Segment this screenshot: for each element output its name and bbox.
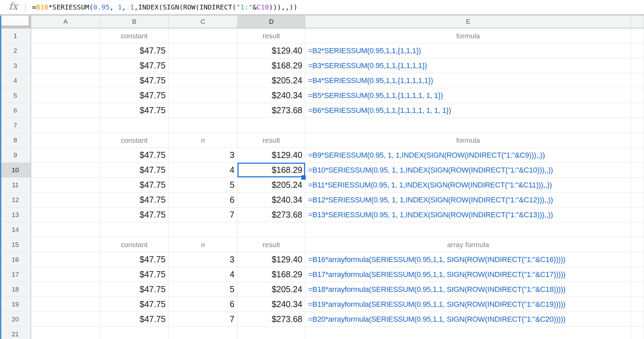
cell-E15[interactable]: array formula bbox=[305, 237, 631, 252]
cell-D10[interactable]: $168.29 bbox=[238, 163, 305, 177]
cell-A19[interactable] bbox=[31, 297, 100, 312]
cell-B21[interactable] bbox=[100, 327, 169, 339]
cell-F16[interactable] bbox=[631, 252, 644, 267]
cell-B18[interactable]: $47.75 bbox=[100, 282, 169, 297]
cell-A8[interactable] bbox=[31, 133, 100, 147]
cell-D8[interactable]: result bbox=[238, 133, 305, 147]
cell-D2[interactable]: $129.40 bbox=[238, 43, 305, 58]
cell-C6[interactable] bbox=[169, 103, 238, 118]
cell-B13[interactable]: $47.75 bbox=[100, 207, 169, 222]
row-header-9[interactable]: 9 bbox=[0, 148, 31, 162]
cell-D18[interactable]: $205.24 bbox=[238, 282, 305, 297]
row-header-10[interactable]: 10 bbox=[0, 163, 31, 177]
cell-E18[interactable]: =B18*arrayformula(SERIESSUM(0.95,1,1, SI… bbox=[305, 282, 631, 297]
column-header-A[interactable]: A bbox=[31, 16, 100, 28]
cell-B19[interactable]: $47.75 bbox=[100, 297, 169, 312]
cell-B4[interactable]: $47.75 bbox=[100, 73, 169, 88]
row-header-15[interactable]: 15 bbox=[0, 237, 31, 252]
formula-input[interactable]: =B10*SERIESSUM(0.95, 1, 1,INDEX(SIGN(ROW… bbox=[26, 3, 298, 11]
cell-E21[interactable] bbox=[305, 327, 631, 339]
cell-F10[interactable] bbox=[631, 163, 644, 177]
column-header-partial[interactable] bbox=[631, 16, 644, 28]
cell-B15[interactable]: constant bbox=[100, 237, 169, 252]
column-header-B[interactable]: B bbox=[100, 16, 169, 28]
cell-E20[interactable]: =B20*arrayformula(SERIESSUM(0.95,1,1, SI… bbox=[305, 312, 631, 326]
cell-A3[interactable] bbox=[31, 58, 100, 73]
row-header-7[interactable]: 7 bbox=[0, 118, 31, 133]
cell-D13[interactable]: $273.68 bbox=[238, 207, 305, 222]
cell-F19[interactable] bbox=[631, 297, 644, 312]
row-header-18[interactable]: 18 bbox=[0, 282, 31, 297]
cell-C11[interactable]: 5 bbox=[169, 178, 238, 192]
cell-B3[interactable]: $47.75 bbox=[100, 58, 169, 73]
row-header-3[interactable]: 3 bbox=[0, 58, 31, 73]
row-header-17[interactable]: 17 bbox=[0, 267, 31, 282]
cell-D4[interactable]: $205.24 bbox=[238, 73, 305, 88]
cell-C16[interactable]: 3 bbox=[169, 252, 238, 267]
row-header-20[interactable]: 20 bbox=[0, 312, 31, 326]
cell-E12[interactable]: =B12*SERIESSUM(0.95, 1, 1,INDEX(SIGN(ROW… bbox=[305, 193, 631, 207]
cell-D20[interactable]: $273.68 bbox=[238, 312, 305, 326]
cell-E8[interactable]: formula bbox=[305, 133, 631, 147]
cell-A17[interactable] bbox=[31, 267, 100, 282]
column-header-D[interactable]: D bbox=[238, 16, 305, 28]
cell-F7[interactable] bbox=[631, 118, 644, 133]
cell-D14[interactable] bbox=[238, 222, 305, 237]
cell-E7[interactable] bbox=[305, 118, 631, 133]
row-header-11[interactable]: 11 bbox=[0, 178, 31, 192]
cell-B14[interactable] bbox=[100, 222, 169, 237]
cell-F6[interactable] bbox=[631, 103, 644, 118]
cell-E17[interactable]: =B17*arrayformula(SERIESSUM(0.95,1,1, SI… bbox=[305, 267, 631, 282]
cell-F3[interactable] bbox=[631, 58, 644, 73]
cell-F2[interactable] bbox=[631, 43, 644, 58]
cell-F8[interactable] bbox=[631, 133, 644, 147]
cell-E6[interactable]: =B6*SERIESSUM(0.95,1,1,{1,1,1,1, 1, 1, 1… bbox=[305, 103, 631, 118]
cell-A6[interactable] bbox=[31, 103, 100, 118]
cell-E1[interactable]: formula bbox=[305, 28, 631, 43]
cell-E11[interactable]: =B11*SERIESSUM(0.95, 1, 1,INDEX(SIGN(ROW… bbox=[305, 178, 631, 192]
cell-A2[interactable] bbox=[31, 43, 100, 58]
cell-E9[interactable]: =B9*SERIESSUM(0.95, 1, 1,INDEX(SIGN(ROW(… bbox=[305, 148, 631, 162]
cell-F1[interactable] bbox=[631, 28, 644, 43]
cell-F9[interactable] bbox=[631, 148, 644, 162]
cell-D7[interactable] bbox=[238, 118, 305, 133]
select-all-corner[interactable] bbox=[0, 16, 31, 28]
row-header-13[interactable]: 13 bbox=[0, 207, 31, 222]
cell-D21[interactable] bbox=[238, 327, 305, 339]
cell-D9[interactable]: $129.40 bbox=[238, 148, 305, 162]
cell-F15[interactable] bbox=[631, 237, 644, 252]
cell-A11[interactable] bbox=[31, 178, 100, 192]
cell-C10[interactable]: 4 bbox=[169, 163, 238, 177]
cell-C18[interactable]: 5 bbox=[169, 282, 238, 297]
cell-A14[interactable] bbox=[31, 222, 100, 237]
cell-B1[interactable]: constant bbox=[100, 28, 169, 43]
row-header-4[interactable]: 4 bbox=[0, 73, 31, 88]
cell-D11[interactable]: $205.24 bbox=[238, 178, 305, 192]
cell-D3[interactable]: $168.29 bbox=[238, 58, 305, 73]
cell-F20[interactable] bbox=[631, 312, 644, 326]
cell-C14[interactable] bbox=[169, 222, 238, 237]
row-header-14[interactable]: 14 bbox=[0, 222, 31, 237]
cell-E2[interactable]: =B2*SERIESSUM(0.95,1,1,{1,1,1}) bbox=[305, 43, 631, 58]
cell-D12[interactable]: $240.34 bbox=[238, 193, 305, 207]
cell-F12[interactable] bbox=[631, 193, 644, 207]
cell-B9[interactable]: $47.75 bbox=[100, 148, 169, 162]
cell-F5[interactable] bbox=[631, 88, 644, 103]
column-header-E[interactable]: E bbox=[305, 16, 631, 28]
cell-C21[interactable] bbox=[169, 327, 238, 339]
cell-E14[interactable] bbox=[305, 222, 631, 237]
cell-E10[interactable]: =B10*SERIESSUM(0.95, 1, 1,INDEX(SIGN(ROW… bbox=[305, 163, 631, 177]
cell-B10[interactable]: $47.75 bbox=[100, 163, 169, 177]
cell-C4[interactable] bbox=[169, 73, 238, 88]
column-header-C[interactable]: C bbox=[169, 16, 238, 28]
cell-A10[interactable] bbox=[31, 163, 100, 177]
cell-D5[interactable]: $240.34 bbox=[238, 88, 305, 103]
cell-F21[interactable] bbox=[631, 327, 644, 339]
cell-C5[interactable] bbox=[169, 88, 238, 103]
row-header-8[interactable]: 8 bbox=[0, 133, 31, 147]
cell-A1[interactable] bbox=[31, 28, 100, 43]
row-header-19[interactable]: 19 bbox=[0, 297, 31, 312]
cell-F14[interactable] bbox=[631, 222, 644, 237]
cell-A21[interactable] bbox=[31, 327, 100, 339]
cell-A12[interactable] bbox=[31, 193, 100, 207]
